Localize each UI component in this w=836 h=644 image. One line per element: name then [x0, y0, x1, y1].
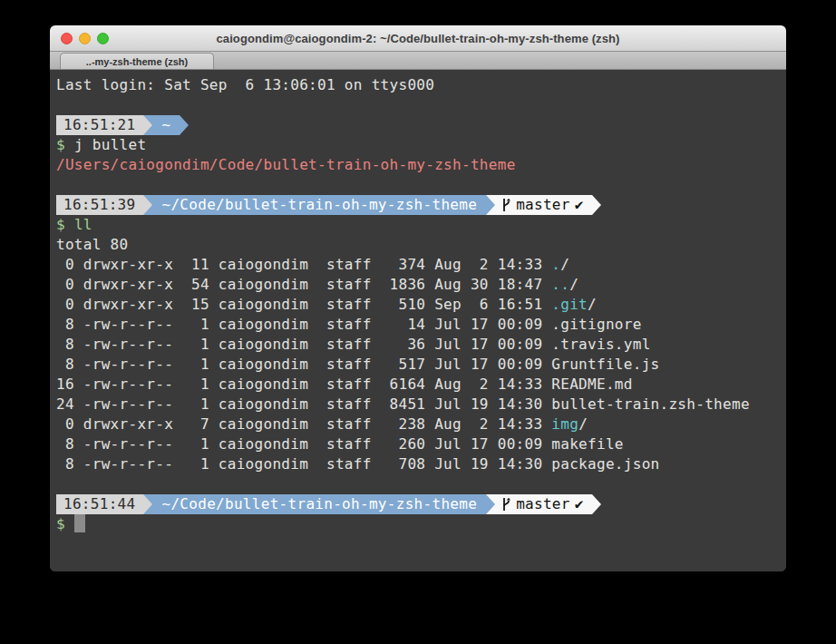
- listing-row: 8 -rw-r--r-- 1 caiogondim staff 14 Jul 1…: [56, 315, 786, 335]
- command-line-current: $: [56, 514, 786, 534]
- listing-row: 0 drwxr-xr-x 7 caiogondim staff 238 Aug …: [56, 415, 786, 434]
- blank-line: [56, 474, 786, 494]
- prompt-path-segment: ~: [152, 115, 180, 135]
- prompt-char: $: [56, 515, 65, 532]
- terminal-window: caiogondim@caiogondim-2: ~/Code/bullet-t…: [50, 25, 786, 571]
- window-controls: [61, 25, 109, 51]
- git-clean-check: ✔: [575, 494, 584, 514]
- listing-row: 16 -rw-r--r-- 1 caiogondim staff 6164 Au…: [56, 375, 786, 395]
- prompt-path-segment: ~/Code/bullet-train-oh-my-zsh-theme: [152, 195, 486, 215]
- listing-row: 8 -rw-r--r-- 1 caiogondim staff 36 Jul 1…: [56, 335, 786, 355]
- dir-name: img: [551, 415, 578, 433]
- command-line-j: $j bullet: [56, 135, 786, 155]
- git-branch-icon: [501, 198, 511, 212]
- last-login-line: Last login: Sat Sep 6 13:06:01 on ttys00…: [56, 75, 786, 95]
- listing-row: 0 drwxr-xr-x 54 caiogondim staff 1836 Au…: [56, 275, 786, 295]
- git-branch-icon: [501, 497, 511, 512]
- dir-name: .git: [551, 296, 588, 313]
- command-text: j bullet: [74, 136, 146, 153]
- prompt-path-segment: ~/Code/bullet-train-oh-my-zsh-theme: [152, 494, 486, 514]
- powerline-arrow-icon: [143, 115, 152, 135]
- window-title: caiogondim@caiogondim-2: ~/Code/bullet-t…: [216, 32, 619, 45]
- zoom-button[interactable]: [97, 33, 109, 44]
- listing-row: 0 drwxr-xr-x 15 caiogondim staff 510 Sep…: [56, 295, 786, 315]
- listing-row: 24 -rw-r--r-- 1 caiogondim staff 8451 Ju…: [56, 395, 786, 415]
- listing-row: 8 -rw-r--r-- 1 caiogondim staff 517 Jul …: [56, 355, 786, 375]
- listing-row: 8 -rw-r--r-- 1 caiogondim staff 708 Jul …: [56, 454, 786, 474]
- tab-label: ..-my-zsh-theme (zsh): [86, 56, 188, 67]
- powerline-arrow-icon: [143, 195, 152, 215]
- window-titlebar[interactable]: caiogondim@caiogondim-2: ~/Code/bullet-t…: [50, 25, 786, 52]
- prompt-time-segment: 16:51:44: [56, 494, 143, 514]
- prompt-time-segment: 16:51:21: [56, 115, 143, 135]
- tab-bar: ..-my-zsh-theme (zsh): [50, 52, 786, 70]
- file-name: bullet-train.zsh-theme: [551, 395, 750, 413]
- powerline-arrow-icon: [592, 195, 601, 215]
- powerline-arrow-icon: [143, 494, 152, 514]
- git-branch-label: master: [516, 494, 570, 514]
- git-branch-label: master: [516, 195, 570, 215]
- prompt-bar-3: 16:51:44~/Code/bullet-train-oh-my-zsh-th…: [56, 494, 786, 514]
- terminal-screen[interactable]: Last login: Sat Sep 6 13:06:01 on ttys00…: [50, 70, 786, 571]
- listing-row: 0 drwxr-xr-x 11 caiogondim staff 374 Aug…: [56, 255, 786, 275]
- prompt-time-segment: 16:51:39: [56, 195, 143, 215]
- close-button[interactable]: [61, 33, 73, 44]
- file-name: .travis.yml: [551, 336, 650, 353]
- jump-output-line: /Users/caiogondim/Code/bullet-train-oh-m…: [56, 155, 786, 175]
- file-name: .gitignore: [551, 316, 641, 333]
- file-name: Gruntfile.js: [551, 356, 659, 373]
- prompt-bar-2: 16:51:39~/Code/bullet-train-oh-my-zsh-th…: [56, 195, 786, 215]
- powerline-arrow-icon: [486, 494, 495, 514]
- dir-name: .: [551, 256, 560, 273]
- text-cursor: [74, 514, 85, 532]
- listing-row: 8 -rw-r--r-- 1 caiogondim staff 260 Jul …: [56, 434, 786, 454]
- prompt-bar-1: 16:51:21~: [56, 115, 786, 135]
- blank-line: [56, 175, 786, 195]
- powerline-arrow-icon: [592, 494, 601, 514]
- command-text: ll: [74, 216, 92, 233]
- tab-my-zsh-theme[interactable]: ..-my-zsh-theme (zsh): [60, 53, 214, 69]
- file-name: README.md: [551, 376, 632, 393]
- git-clean-check: ✔: [575, 195, 584, 215]
- listing-total-line: total 80: [56, 235, 786, 255]
- dir-name: ..: [551, 276, 569, 293]
- file-name: package.json: [551, 455, 659, 473]
- file-name: makefile: [551, 435, 623, 453]
- powerline-arrow-icon: [486, 195, 495, 215]
- prompt-char: $: [56, 216, 65, 233]
- prompt-git-segment: master✔: [495, 494, 592, 514]
- command-line-ll: $ll: [56, 215, 786, 235]
- minimize-button[interactable]: [79, 33, 91, 44]
- blank-line: [56, 95, 786, 115]
- prompt-char: $: [56, 136, 65, 153]
- powerline-arrow-icon: [180, 115, 189, 135]
- prompt-git-segment: master✔: [495, 195, 592, 215]
